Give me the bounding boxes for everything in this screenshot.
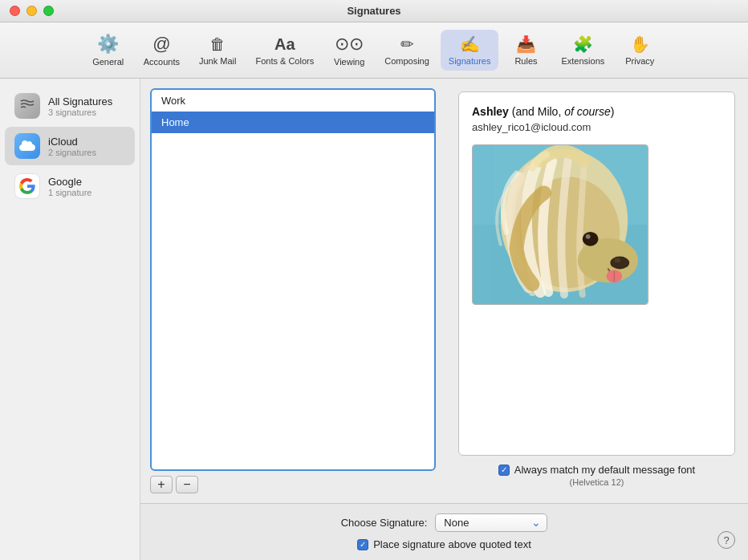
- toolbar-label-composing: Composing: [384, 56, 429, 66]
- bottom-bar: Choose Signature: None Work Home ✓ Place…: [140, 503, 748, 560]
- preview-panel: Ashley (and Milo, of course) ashley_rico…: [445, 79, 748, 503]
- toolbar-label-general: General: [92, 57, 124, 67]
- font-match-checkbox[interactable]: ✓: [498, 465, 510, 476]
- bottom-bar-wrapper: Choose Signature: None Work Home ✓ Place…: [140, 503, 748, 560]
- preview-content: Ashley (and Milo, of course) ashley_rico…: [458, 91, 735, 456]
- font-match-area: ✓ Always match my default message font (…: [458, 464, 735, 490]
- svg-point-10: [586, 234, 591, 239]
- viewing-icon: ⊙⊙: [335, 34, 364, 55]
- toolbar: ⚙️ General @ Accounts 🗑 Junk Mail Aa Fon…: [0, 22, 748, 79]
- place-signature-label: Place signature above quoted text: [373, 538, 531, 550]
- toolbar-label-rules: Rules: [514, 56, 537, 66]
- toolbar-item-fonts-colors[interactable]: Aa Fonts & Colors: [247, 30, 322, 71]
- all-signatures-text: All Signatures 3 signatures: [48, 95, 112, 117]
- google-text: Google 1 signature: [48, 176, 91, 197]
- svg-point-5: [610, 257, 629, 270]
- toolbar-label-viewing: Viewing: [334, 57, 364, 67]
- toolbar-label-signatures: Signatures: [449, 56, 491, 66]
- minimize-button[interactable]: [26, 6, 37, 16]
- place-signature-checkbox[interactable]: ✓: [357, 539, 368, 550]
- svg-point-9: [583, 232, 599, 246]
- toolbar-label-privacy: Privacy: [625, 56, 654, 66]
- extensions-icon: 🧩: [573, 34, 593, 54]
- toolbar-label-extensions: Extensions: [561, 56, 604, 66]
- icloud-text: iCloud 2 signatures: [48, 136, 96, 157]
- help-button[interactable]: ?: [718, 531, 735, 549]
- composing-icon: ✏: [400, 34, 414, 54]
- general-icon: ⚙️: [97, 34, 119, 55]
- preview-name-bold: Ashley: [472, 105, 509, 118]
- icloud-icon: [14, 133, 40, 159]
- list-controls: + −: [150, 476, 436, 493]
- accounts-icon: @: [152, 34, 170, 55]
- add-signature-button[interactable]: +: [150, 476, 173, 493]
- toolbar-item-junk-mail[interactable]: 🗑 Junk Mail: [191, 30, 244, 71]
- icloud-name: iCloud: [48, 136, 96, 148]
- toolbar-item-viewing[interactable]: ⊙⊙ Viewing: [325, 29, 373, 71]
- maximize-button[interactable]: [43, 6, 54, 16]
- window-controls: [10, 6, 54, 16]
- font-match-label: Always match my default message font: [514, 464, 695, 476]
- google-name: Google: [48, 176, 91, 188]
- junk-mail-icon: 🗑: [209, 35, 226, 54]
- rules-icon: 📥: [516, 34, 536, 54]
- fonts-colors-icon: Aa: [274, 35, 295, 54]
- choose-signature-label: Choose Signature:: [341, 517, 428, 529]
- toolbar-item-privacy[interactable]: ✋ Privacy: [616, 30, 664, 71]
- sidebar-item-all-signatures[interactable]: All Signatures 3 signatures: [5, 87, 135, 125]
- all-signatures-icon: [14, 93, 40, 119]
- sidebar-item-icloud[interactable]: iCloud 2 signatures: [5, 127, 135, 165]
- preview-email: ashley_rico1@icloud.com: [472, 121, 722, 133]
- choose-signature-row: Choose Signature: None Work Home: [341, 513, 548, 532]
- toolbar-item-signatures[interactable]: ✍ Signatures: [441, 30, 499, 71]
- toolbar-item-general[interactable]: ⚙️ General: [84, 29, 132, 71]
- remove-signature-button[interactable]: −: [176, 476, 198, 493]
- privacy-icon: ✋: [630, 34, 650, 54]
- signatures-middle: Work Home + − Ashley (and Milo, of cours…: [140, 79, 748, 503]
- signatures-list-container: Work Home + −: [140, 79, 445, 503]
- toolbar-item-accounts[interactable]: @ Accounts: [136, 29, 188, 71]
- signature-item-home[interactable]: Home: [152, 112, 434, 133]
- signature-item-work[interactable]: Work: [152, 90, 434, 112]
- preview-name-italic: of course: [564, 105, 611, 118]
- google-icon: [14, 173, 40, 199]
- main-content: All Signatures 3 signatures iCloud 2 sig…: [0, 79, 748, 560]
- toolbar-label-fonts-colors: Fonts & Colors: [255, 56, 314, 66]
- svg-point-6: [614, 258, 620, 263]
- google-count: 1 signature: [48, 188, 91, 197]
- toolbar-item-composing[interactable]: ✏ Composing: [376, 30, 437, 71]
- font-match-sub: (Helvetica 12): [570, 477, 624, 487]
- font-match-row: ✓ Always match my default message font: [498, 464, 695, 476]
- preview-name-rest: (and Milo,: [509, 105, 564, 118]
- help-area: ?: [718, 531, 735, 549]
- signatures-list: Work Home: [150, 88, 436, 471]
- toolbar-label-junk-mail: Junk Mail: [199, 56, 236, 66]
- svg-rect-11: [473, 145, 493, 304]
- window-title: Signatures: [347, 5, 400, 17]
- toolbar-item-extensions[interactable]: 🧩 Extensions: [553, 30, 612, 71]
- close-button[interactable]: [10, 6, 20, 16]
- signatures-icon: ✍: [460, 34, 480, 54]
- choose-signature-select-wrapper: None Work Home: [435, 513, 547, 532]
- choose-signature-select[interactable]: None Work Home: [435, 513, 547, 532]
- toolbar-label-accounts: Accounts: [144, 57, 180, 67]
- all-signatures-name: All Signatures: [48, 95, 112, 108]
- panel-area: Work Home + − Ashley (and Milo, of cours…: [140, 79, 748, 560]
- preview-name-end: ): [611, 105, 615, 118]
- sidebar: All Signatures 3 signatures iCloud 2 sig…: [0, 79, 140, 560]
- icloud-count: 2 signatures: [48, 148, 96, 157]
- sidebar-item-google[interactable]: Google 1 signature: [5, 167, 135, 205]
- all-signatures-count: 3 signatures: [48, 108, 112, 117]
- toolbar-item-rules[interactable]: 📥 Rules: [502, 30, 550, 71]
- dog-image: [472, 144, 648, 305]
- titlebar: Signatures: [0, 0, 748, 22]
- place-signature-row: ✓ Place signature above quoted text: [357, 538, 531, 550]
- preview-name: Ashley (and Milo, of course): [472, 105, 722, 118]
